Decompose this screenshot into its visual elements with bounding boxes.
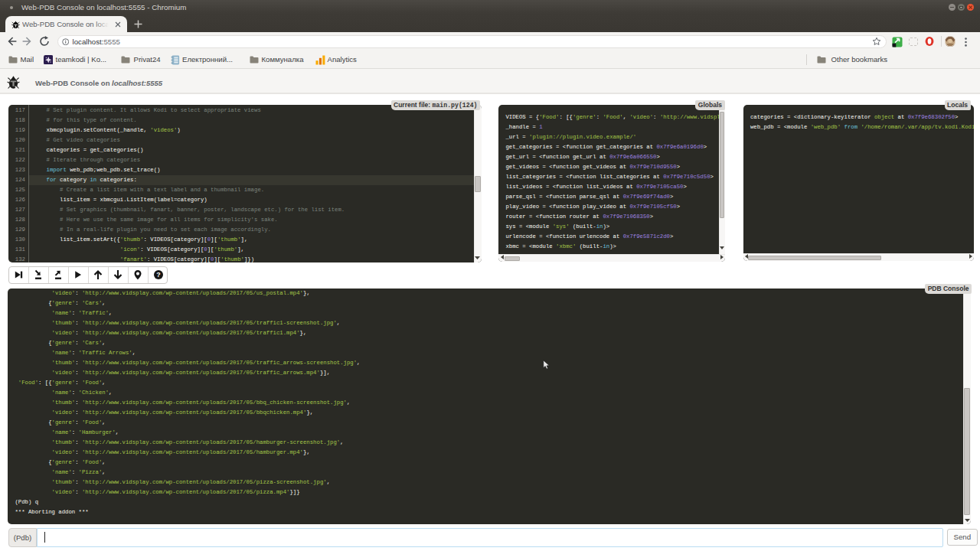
svg-text:?: ? bbox=[156, 271, 160, 279]
